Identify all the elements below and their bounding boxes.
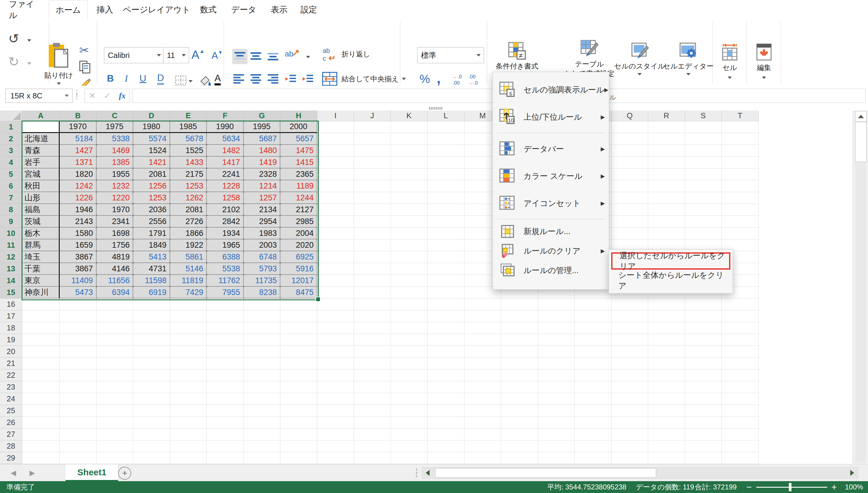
cell-I10[interactable] xyxy=(317,228,354,239)
cell-G29[interactable] xyxy=(244,452,281,464)
cell-K13[interactable] xyxy=(391,263,428,275)
menu-item-new-rule[interactable]: 新規ルール... xyxy=(493,222,609,241)
cell-J23[interactable] xyxy=(354,381,391,393)
row-header-25[interactable]: 25 xyxy=(0,405,22,417)
cell-J8[interactable] xyxy=(354,204,391,216)
column-header-D[interactable]: D xyxy=(133,110,170,121)
cell-L27[interactable] xyxy=(427,429,464,441)
cell-S29[interactable] xyxy=(685,452,722,464)
cell-M18[interactable] xyxy=(464,322,502,334)
cell-A18[interactable] xyxy=(22,322,60,334)
cell-C7[interactable]: 1220 xyxy=(96,192,134,204)
cell-E1[interactable]: 1985 xyxy=(170,121,207,133)
cell-L11[interactable] xyxy=(427,239,464,251)
cell-L2[interactable] xyxy=(427,133,464,145)
cell-D9[interactable]: 2556 xyxy=(133,216,170,228)
cell-H13[interactable]: 5916 xyxy=(281,263,317,275)
sheet-nav-left-icon[interactable]: ◀ xyxy=(10,464,16,481)
cell-B8[interactable]: 1946 xyxy=(60,204,96,216)
cell-I13[interactable] xyxy=(317,263,354,275)
cell-B1[interactable]: 1970 xyxy=(60,121,96,133)
column-header-B[interactable]: B xyxy=(60,110,96,121)
cell-R17[interactable] xyxy=(648,310,685,322)
cell-I15[interactable] xyxy=(317,287,354,299)
row-header-15[interactable]: 15 xyxy=(0,287,22,299)
cell-L24[interactable] xyxy=(427,393,464,405)
cell-C23[interactable] xyxy=(96,381,134,393)
row-header-6[interactable]: 6 xyxy=(0,180,22,192)
cell-I7[interactable] xyxy=(317,192,354,204)
cell-B13[interactable]: 3867 xyxy=(60,263,96,275)
cell-B5[interactable]: 1820 xyxy=(60,169,96,180)
undo-button[interactable]: ↺ xyxy=(8,31,19,46)
cell-J7[interactable] xyxy=(354,192,391,204)
cell-Q6[interactable] xyxy=(611,180,648,192)
cell-E7[interactable]: 1262 xyxy=(170,192,207,204)
cell-H11[interactable]: 2020 xyxy=(281,239,317,251)
cell-K23[interactable] xyxy=(391,381,428,393)
cell-D17[interactable] xyxy=(133,310,170,322)
cell-P27[interactable] xyxy=(575,429,611,441)
cell-M28[interactable] xyxy=(464,441,502,452)
cell-F29[interactable] xyxy=(207,452,244,464)
cell-I4[interactable] xyxy=(317,157,354,169)
row-header-5[interactable]: 5 xyxy=(0,169,22,180)
tab-file[interactable]: ファイル xyxy=(9,0,41,19)
menu-item-data-bars[interactable]: データバー▶ xyxy=(493,135,609,163)
cell-R18[interactable] xyxy=(648,322,685,334)
cell-K19[interactable] xyxy=(391,334,428,346)
cell-K22[interactable] xyxy=(391,369,428,381)
cell-M17[interactable] xyxy=(464,310,502,322)
cell-B2[interactable]: 5184 xyxy=(60,133,96,145)
cell-F21[interactable] xyxy=(207,358,244,369)
cell-T5[interactable] xyxy=(722,169,759,180)
cell-P17[interactable] xyxy=(575,310,611,322)
cells-button[interactable]: セル xyxy=(715,42,744,79)
cell-D10[interactable]: 1791 xyxy=(133,228,170,239)
cell-J1[interactable] xyxy=(354,121,391,133)
cell-B4[interactable]: 1371 xyxy=(60,157,96,169)
cell-B24[interactable] xyxy=(60,393,96,405)
cell-G23[interactable] xyxy=(244,381,281,393)
tab-insert[interactable]: 挿入 xyxy=(92,0,118,19)
cell-I18[interactable] xyxy=(317,322,354,334)
cell-B25[interactable] xyxy=(60,405,96,417)
cell-J24[interactable] xyxy=(354,393,391,405)
cell-F16[interactable] xyxy=(207,299,244,310)
cell-Q17[interactable] xyxy=(611,310,648,322)
cell-E11[interactable]: 1922 xyxy=(170,239,207,251)
cell-S2[interactable] xyxy=(685,133,722,145)
cell-J17[interactable] xyxy=(354,310,391,322)
cell-O26[interactable] xyxy=(538,417,575,429)
cell-I29[interactable] xyxy=(317,452,354,464)
cell-M26[interactable] xyxy=(464,417,502,429)
cell-S17[interactable] xyxy=(685,310,722,322)
cell-K12[interactable] xyxy=(391,251,428,263)
column-header-H[interactable]: H xyxy=(281,110,317,121)
cell-E29[interactable] xyxy=(170,452,207,464)
cell-Q28[interactable] xyxy=(611,441,648,452)
cell-J10[interactable] xyxy=(354,228,391,239)
cell-Q25[interactable] xyxy=(611,405,648,417)
cell-G6[interactable]: 1214 xyxy=(244,180,281,192)
column-header-C[interactable]: C xyxy=(96,110,134,121)
cell-E6[interactable]: 1253 xyxy=(170,180,207,192)
cell-S6[interactable] xyxy=(685,180,722,192)
cell-J28[interactable] xyxy=(354,441,391,452)
cell-D13[interactable]: 4731 xyxy=(133,263,170,275)
cell-A19[interactable] xyxy=(22,334,60,346)
cell-R22[interactable] xyxy=(648,369,685,381)
cell-I26[interactable] xyxy=(317,417,354,429)
cell-B21[interactable] xyxy=(60,358,96,369)
cell-H14[interactable]: 12017 xyxy=(281,275,317,287)
borders-dropdown-arrow[interactable] xyxy=(188,78,193,84)
cell-G26[interactable] xyxy=(244,417,281,429)
scroll-right-icon[interactable] xyxy=(850,470,854,476)
decrease-indent-button[interactable] xyxy=(285,74,297,85)
cell-S20[interactable] xyxy=(685,346,722,358)
orientation-button[interactable]: ab xyxy=(285,49,300,59)
cell-K27[interactable] xyxy=(391,429,428,441)
cell-N20[interactable] xyxy=(501,346,538,358)
cell-Q29[interactable] xyxy=(611,452,648,464)
row-header-2[interactable]: 2 xyxy=(0,133,22,145)
